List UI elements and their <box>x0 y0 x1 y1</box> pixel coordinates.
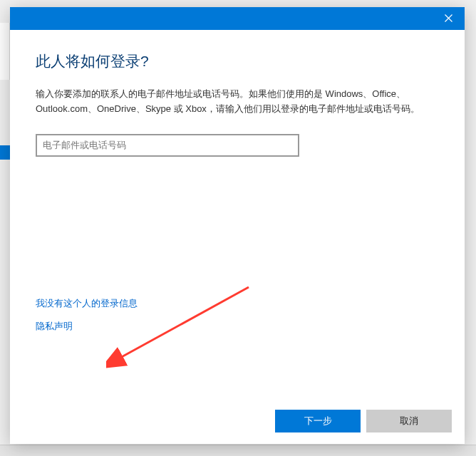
close-icon <box>445 12 452 25</box>
add-user-dialog: 此人将如何登录? 输入你要添加的联系人的电子邮件地址或电话号码。如果他们使用的是… <box>10 7 465 444</box>
no-signin-info-link[interactable]: 我没有这个人的登录信息 <box>36 297 138 310</box>
privacy-link[interactable]: 隐私声明 <box>36 320 138 333</box>
dialog-heading: 此人将如何登录? <box>36 51 439 71</box>
next-button[interactable]: 下一步 <box>275 410 361 432</box>
dialog-footer: 下一步 取消 <box>10 398 465 444</box>
dialog-content: 此人将如何登录? 输入你要添加的联系人的电子邮件地址或电话号码。如果他们使用的是… <box>10 30 465 398</box>
dialog-description: 输入你要添加的联系人的电子邮件地址或电话号码。如果他们使用的是 Windows、… <box>36 87 439 117</box>
dialog-links: 我没有这个人的登录信息 隐私声明 <box>36 297 138 343</box>
titlebar <box>10 7 465 30</box>
email-or-phone-input[interactable] <box>36 134 299 157</box>
cancel-button[interactable]: 取消 <box>366 410 452 432</box>
close-button[interactable] <box>432 7 465 30</box>
